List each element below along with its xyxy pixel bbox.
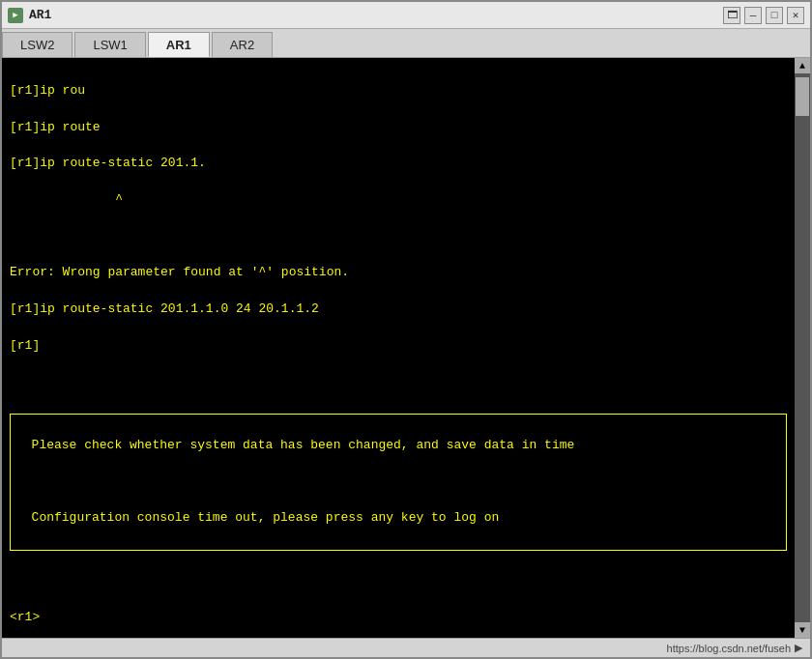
title-bar-controls: 🗖 — □ ✕ (723, 7, 804, 24)
terminal-line: [r1]ip route (10, 119, 787, 137)
minimize-button[interactable]: — (744, 7, 762, 24)
terminal[interactable]: [r1]ip rou [r1]ip route [r1]ip route-sta… (2, 58, 795, 638)
main-window: ▶ AR1 🗖 — □ ✕ LSW2 LSW1 AR1 AR2 [r1]ip r… (0, 0, 812, 659)
terminal-line (10, 573, 787, 591)
terminal-line: [r1]ip rou (10, 82, 787, 100)
tab-lsw2[interactable]: LSW2 (2, 32, 72, 57)
tab-lsw1[interactable]: LSW1 (74, 32, 145, 57)
scroll-up-button[interactable]: ▲ (795, 58, 810, 73)
title-bar: ▶ AR1 🗖 — □ ✕ (2, 2, 810, 29)
scrollbar[interactable]: ▲ ▼ (795, 58, 810, 638)
notice-line-2 (16, 473, 780, 492)
tab-bar: LSW2 LSW1 AR1 AR2 (2, 29, 810, 58)
terminal-line: [r1]ip route-static 201.1.1.0 24 20.1.1.… (10, 301, 787, 319)
terminal-line: ^ (10, 191, 787, 210)
terminal-wrapper: [r1]ip rou [r1]ip route [r1]ip route-sta… (2, 58, 810, 638)
terminal-line (10, 373, 787, 391)
tab-ar1[interactable]: AR1 (148, 32, 210, 57)
notice-line-3: Configuration console time out, please p… (16, 509, 780, 528)
terminal-line: [r1] (10, 337, 787, 356)
terminal-line: Error: Wrong parameter found at '^' posi… (10, 264, 787, 282)
status-arrow: ▶ (795, 642, 802, 654)
close-button[interactable]: ✕ (787, 7, 804, 24)
scroll-track[interactable] (795, 73, 810, 622)
title-bar-left: ▶ AR1 (8, 8, 51, 23)
notice-box: Please check whether system data has bee… (10, 414, 787, 551)
status-bar: https://blog.csdn.net/fuseh ▶ (2, 638, 810, 657)
maximize-button[interactable]: □ (766, 7, 783, 24)
terminal-line (10, 228, 787, 246)
tab-ar2[interactable]: AR2 (212, 32, 273, 57)
terminal-line: <r1> (10, 609, 787, 627)
scroll-down-button[interactable]: ▼ (795, 622, 810, 638)
status-url: https://blog.csdn.net/fuseh (667, 643, 791, 654)
scroll-thumb[interactable] (796, 77, 809, 116)
notice-line-1: Please check whether system data has bee… (16, 437, 780, 455)
restore-button[interactable]: 🗖 (723, 7, 740, 24)
terminal-line: [r1]ip route-static 201.1. (10, 155, 787, 173)
app-icon: ▶ (8, 8, 23, 23)
window-title: AR1 (29, 8, 51, 22)
